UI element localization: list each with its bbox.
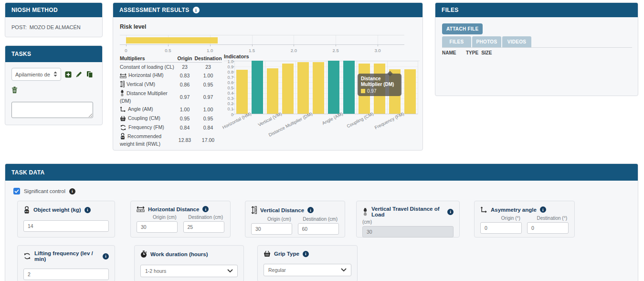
- delete-task-icon[interactable]: [11, 86, 96, 94]
- vertical-travel-card: Vertical Travel Distance of Load i (cm): [356, 201, 460, 238]
- origin-label: Origin (cm): [251, 216, 292, 222]
- multiplier-label: Frequency (FM): [128, 124, 164, 130]
- indicator-bar-origin[interactable]: [267, 68, 278, 114]
- horizontal-origin-input[interactable]: [137, 221, 178, 233]
- multiplier-row: Constant of loading (CL)2323: [120, 63, 222, 71]
- weight-icon: KG: [120, 133, 126, 140]
- tab-videos[interactable]: VIDEOS: [502, 36, 531, 47]
- files-panel: FILES ATTACH FILE FILES PHOTOS VIDEOS NA…: [435, 2, 638, 96]
- tasks-panel: TASKS Apilamiento de: [5, 45, 103, 125]
- niosh-method-panel: NIOSH METHOD POST:MOZO DE ALMACÉN: [5, 2, 103, 37]
- indicators-y-tick-label: 0.3: [227, 96, 233, 101]
- task-select[interactable]: Apilamiento de: [11, 68, 61, 81]
- info-icon[interactable]: i: [202, 206, 209, 212]
- indicator-bar-destination[interactable]: [404, 69, 416, 114]
- column-type: TYPE: [466, 50, 478, 55]
- post-row: POST:MOZO DE ALMACÉN: [5, 17, 102, 37]
- object-weight-label: Object weight (kg): [33, 207, 81, 213]
- chart-tooltip: Distance Multiplier (DM) 0.97: [358, 74, 401, 96]
- vertical-origin-input[interactable]: [251, 223, 292, 235]
- indicator-bar-origin[interactable]: [328, 61, 339, 114]
- multiplier-value: 0.95: [175, 116, 194, 121]
- indicator-bar-origin[interactable]: [297, 62, 309, 114]
- edit-task-icon[interactable]: [75, 71, 83, 78]
- info-icon[interactable]: i: [307, 207, 314, 213]
- multiplier-value: 0.95: [194, 116, 222, 121]
- asymmetry-angle-label: Asymmetry angle: [491, 207, 537, 213]
- tab-files[interactable]: FILES: [442, 36, 471, 47]
- multiplier-row: Angle (AM)1.001.00: [120, 105, 222, 114]
- risk-level-bar: [126, 37, 218, 43]
- ruler-horizontal-icon: [137, 206, 145, 212]
- svg-text:KG: KG: [121, 137, 124, 139]
- task-notes-textarea[interactable]: [11, 102, 93, 118]
- task-data-title: TASK DATA: [11, 169, 44, 176]
- lifting-frequency-input[interactable]: [23, 269, 109, 280]
- vertical-travel-label: Vertical Travel Distance of Load: [371, 206, 444, 217]
- multiplier-row: Horizontal (HM)0.831.00: [120, 71, 222, 80]
- destination-label: Destination (cm): [298, 216, 339, 222]
- info-icon[interactable]: i: [69, 188, 75, 195]
- multiplier-value: 23: [175, 64, 194, 70]
- multiplier-label: Coupling (CM): [128, 115, 160, 121]
- vertical-distance-label: Vertical Distance: [260, 207, 304, 213]
- lifting-frequency-card: Lifting frequency (lev / min) i: [17, 245, 115, 281]
- copy-task-icon[interactable]: [86, 71, 93, 78]
- info-icon[interactable]: i: [540, 206, 546, 213]
- multiplier-value: 0.86: [175, 82, 194, 87]
- tab-photos[interactable]: PHOTOS: [472, 36, 501, 47]
- assessment-results-panel: ASSESSMENT RESULTS i Risk level 00.51.01…: [113, 2, 423, 151]
- indicator-bar-destination[interactable]: [252, 61, 263, 114]
- angle-icon: [480, 206, 487, 213]
- horizontal-destination-input[interactable]: [183, 221, 224, 233]
- risk-axis-tick-label: 2.0: [291, 48, 297, 53]
- multiplier-value: 0.83: [175, 73, 194, 78]
- origin-label: Origin (°): [480, 216, 522, 221]
- object-weight-input[interactable]: [23, 220, 109, 232]
- risk-axis-tick-label: 0.5: [165, 48, 171, 53]
- indicator-bar-destination[interactable]: [313, 62, 324, 114]
- asymmetry-angle-card: Asymmetry angle i Origin (°) Destination…: [474, 201, 575, 238]
- multiplier-row: Coupling (CM)0.950.95: [120, 114, 222, 123]
- indicator-bar-origin[interactable]: [236, 70, 248, 114]
- chevron-down-icon: [341, 267, 347, 273]
- horizontal-distance-card: Horizontal Distance i Origin (cm) Destin…: [130, 201, 231, 238]
- ruler-horizontal-icon: [120, 73, 127, 79]
- multiplier-label: Angle (AM): [128, 106, 153, 112]
- asymmetry-origin-input[interactable]: [480, 222, 522, 234]
- multiplier-value: 1.00: [194, 73, 222, 78]
- assessment-results-title: ASSESSMENT RESULTS: [119, 7, 190, 13]
- chart-tooltip-value: 0.97: [367, 88, 376, 94]
- attach-file-button[interactable]: ATTACH FILE: [442, 23, 483, 34]
- indicator-bar-destination[interactable]: [282, 64, 294, 114]
- stopwatch-icon: [140, 250, 147, 258]
- add-task-icon[interactable]: [65, 71, 72, 78]
- cycle-icon: [23, 253, 31, 259]
- work-duration-select[interactable]: 1-2 hours: [140, 265, 238, 277]
- info-icon[interactable]: i: [303, 251, 309, 257]
- svg-text:KG: KG: [25, 210, 28, 213]
- multiplier-label: Recommended weight limit (RWL): [120, 133, 161, 147]
- indicator-bar-destination[interactable]: [343, 61, 355, 114]
- risk-axis-tick-label: 1.5: [249, 48, 255, 53]
- multiplier-value: 17.00: [194, 137, 222, 143]
- info-icon[interactable]: i: [103, 253, 109, 259]
- multiplier-label: Horizontal (HM): [128, 72, 164, 78]
- indicators-chart-title: Indicators: [224, 54, 420, 61]
- info-icon[interactable]: i: [193, 7, 200, 13]
- info-icon[interactable]: i: [84, 207, 91, 213]
- task-select-value: Apilamiento de: [15, 72, 50, 77]
- multiplier-value: 0.97: [175, 94, 194, 100]
- work-duration-label: Work duration (hours): [150, 251, 208, 257]
- grip-type-select[interactable]: Regular: [264, 264, 351, 276]
- multiplier-label: Vertical (VM): [127, 81, 155, 87]
- asymmetry-destination-input[interactable]: [527, 222, 569, 234]
- destination-label: Destination (°): [527, 216, 569, 221]
- significant-control-checkbox[interactable]: [13, 188, 20, 195]
- vertical-destination-input[interactable]: [298, 223, 339, 235]
- info-icon[interactable]: i: [447, 209, 454, 215]
- multiplier-value: 0.97: [194, 94, 222, 100]
- distance-icon: [362, 208, 368, 216]
- niosh-method-title: NIOSH METHOD: [11, 7, 58, 13]
- tasks-title: TASKS: [11, 51, 31, 57]
